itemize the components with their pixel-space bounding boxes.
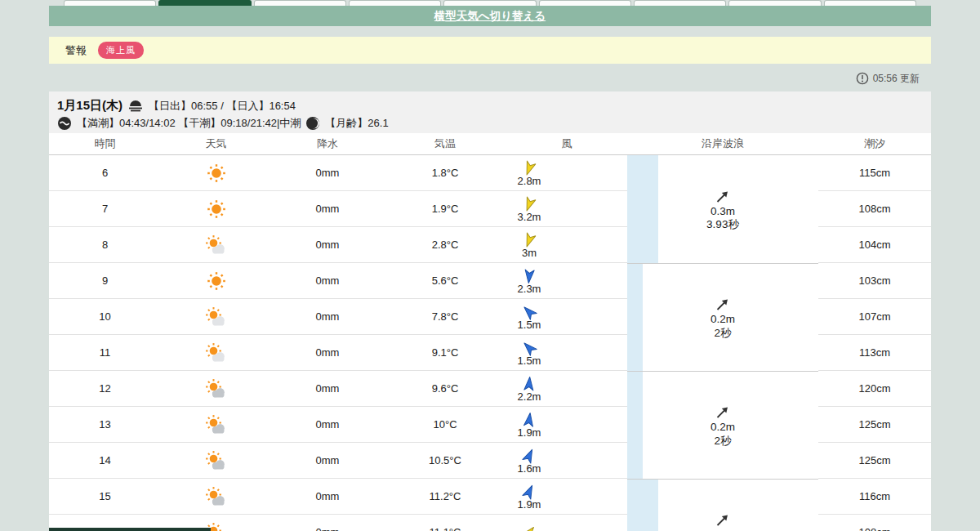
wind-cell [513,524,546,531]
nav-tab-3[interactable] [349,0,441,6]
tide-cell: 125cm [818,407,931,443]
wind-cell: 3m [513,232,546,258]
temperature-cell: 5.6°C [432,274,459,287]
wind-direction-arrow-icon [521,340,537,356]
column-header: 降水 [271,136,384,151]
layout-switch-bar: 横型天気へ切り替える [49,6,931,26]
date-header: 1月15日(木) 【日出】06:55 / 【日入】16:54 【満潮】04:43… [49,91,931,133]
temperature-cell: 9.6°C [432,382,459,395]
top-tab-strip[interactable] [64,0,916,6]
column-header: 風 [506,136,627,151]
temperature-cell: 11.1°C [430,526,461,531]
warning-bar: 警報 海上風 [49,37,931,64]
wave-height-label: 0.2m [710,421,735,434]
hour-cell: 13 [99,418,110,431]
sun-cloud-gray-icon [205,414,228,435]
precipitation-cell: 0mm [316,346,340,359]
tide-cell: 108cm [818,515,931,531]
table-row: 120mm9.6°C2.2m [49,371,627,407]
temperature-cell: 10.5°C [429,454,461,466]
wind-direction-arrow-icon [521,196,537,212]
update-time: 05:56 更新 [873,72,920,86]
temperature-cell: 11.2°C [430,490,461,502]
alert-circle-icon [856,72,869,85]
wind-cell: 1.9m [513,412,546,438]
warning-badge-sea-wind[interactable]: 海上風 [98,42,144,59]
precipitation-cell: 0mm [316,274,340,287]
precipitation-cell: 0mm [316,239,340,251]
temperature-cell: 7.8°C [432,310,459,323]
nav-tab-4[interactable] [443,0,536,6]
moon-age-label: 【月齢】26.1 [325,116,388,131]
table-header-row: 時間天気降水気温風沿岸波浪潮汐 [49,133,931,155]
wave-group-cell: 0.2m2秒 [627,263,818,371]
hour-cell: 14 [99,454,110,466]
precipitation-cell: 0mm [316,526,340,531]
wind-cell: 2.2m [513,376,546,402]
nav-tab-1[interactable] [158,0,251,6]
wind-direction-arrow-icon [521,160,537,176]
hour-cell: 15 [99,490,110,502]
wave-group-cell: 0.3m3.93秒 [627,155,818,263]
nav-tab-2[interactable] [254,0,346,6]
table-row: 80mm2.8°C3m [49,227,627,263]
footer-bar-peek [49,528,211,531]
precipitation-cell: 0mm [316,310,340,323]
tide-cell: 107cm [818,299,931,335]
hour-cell: 9 [102,274,108,287]
wind-direction-arrow-icon [521,232,537,248]
nav-tab-7[interactable] [728,0,821,6]
table-row: 110mm9.1°C1.5m [49,335,627,371]
tide-cell: 113cm [818,335,931,371]
hour-cell: 12 [99,382,110,395]
table-row: 140mm10.5°C1.6m [49,443,627,479]
column-header: 沿岸波浪 [627,136,818,151]
tide-cell: 115cm [818,155,931,191]
wind-speed-label: 2.8m [518,176,541,186]
table-row: 90mm5.6°C2.3m [49,263,627,299]
sunrise-sunset-label: 【日出】06:55 / 【日入】16:54 [149,99,296,114]
wind-direction-arrow-icon [521,376,537,392]
wave-period-label: 3.93秒 [706,218,739,231]
column-header: 潮汐 [818,136,931,151]
wave-direction-arrow-icon [714,403,732,421]
temperature-cell: 1.8°C [432,167,459,179]
wind-cell: 3.2m [513,196,546,222]
tide-wave-icon [57,116,72,131]
table-row: 60mm1.8°C2.8m [49,155,627,191]
hour-cell: 6 [102,167,108,179]
wind-cell: 2.8m [513,160,546,186]
nav-tab-0[interactable] [64,0,156,6]
column-header: 天気 [161,136,271,151]
switch-layout-link[interactable]: 横型天気へ切り替える [434,10,546,22]
nav-tab-8[interactable] [824,0,916,6]
wind-direction-arrow-icon [521,484,537,500]
table-row: 130mm10°C1.9m [49,407,627,443]
wave-period-label: 2秒 [714,435,731,448]
wind-direction-arrow-icon [521,448,537,464]
wind-cell: 2.3m [513,268,546,294]
wind-speed-label: 3m [522,248,537,258]
table-body: 60mm1.8°C2.8m70mm1.9°C3.2m80mm2.8°C3m90m… [49,155,931,531]
wind-cell: 1.6m [513,448,546,474]
tide-cell: 104cm [818,227,931,263]
tide-cell: 120cm [818,371,931,407]
nav-tab-5[interactable] [539,0,631,6]
wave-height-bar [627,155,658,263]
sun-cloud-gray-icon [205,450,228,471]
temperature-cell: 9.1°C [432,346,459,359]
temperature-cell: 1.9°C [432,203,459,215]
nav-tab-6[interactable] [634,0,726,6]
wind-speed-label: 1.5m [518,319,541,330]
update-status: 05:56 更新 [49,69,931,87]
wave-direction-arrow-icon [714,187,732,205]
precipitation-cell: 0mm [316,203,340,215]
wind-speed-label: 2.2m [518,391,541,402]
precipitation-cell: 0mm [316,167,340,179]
coastal-wave-column: 0.3m3.93秒0.2m2秒0.2m2秒0.3m3.93秒 [627,155,818,531]
wind-speed-label: 3.2m [518,212,541,222]
sun-icon [206,270,227,292]
wind-speed-label: 1.5m [518,355,541,366]
sun-cloud-light-icon [205,234,228,256]
sun-cloud-light-icon [205,342,228,364]
